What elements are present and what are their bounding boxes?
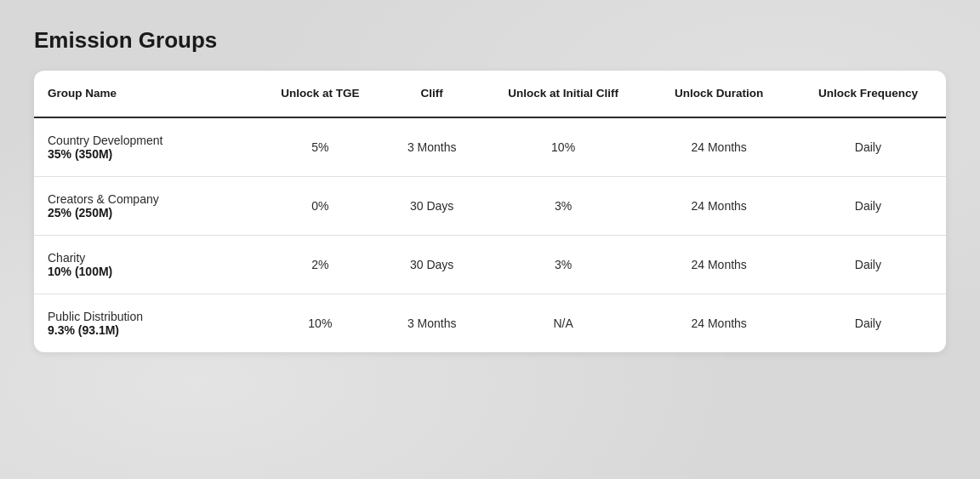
group-name-line1-2: Charity	[48, 251, 242, 265]
group-name-line2-0: 35% (350M)	[48, 147, 242, 161]
table-row: Country Development35% (350M)5%3 Months1…	[34, 117, 946, 177]
cell-unlock-duration-2: 24 Months	[647, 235, 789, 294]
cell-unlock-frequency-1: Daily	[790, 176, 946, 235]
cell-group-name-2: Charity10% (100M)	[34, 235, 255, 294]
cell-unlock-initial-cliff-1: 3%	[479, 176, 648, 235]
cell-cliff-1: 30 Days	[385, 176, 479, 235]
cell-unlock-initial-cliff-0: 10%	[479, 117, 648, 177]
cell-cliff-3: 3 Months	[385, 294, 479, 352]
group-name-line2-1: 25% (250M)	[48, 206, 242, 220]
cell-unlock-frequency-3: Daily	[790, 294, 946, 352]
cell-group-name-1: Creators & Company25% (250M)	[34, 176, 255, 235]
cell-group-name-0: Country Development35% (350M)	[34, 117, 255, 177]
cell-unlock-frequency-2: Daily	[790, 235, 946, 294]
table-row: Public Distribution9.3% (93.1M)10%3 Mont…	[34, 294, 946, 352]
cell-unlock-duration-0: 24 Months	[647, 117, 789, 177]
page-title: Emission Groups	[34, 27, 946, 54]
emission-groups-table: Group Name Unlock at TGE Cliff Unlock at…	[34, 71, 946, 352]
col-header-group-name: Group Name	[34, 71, 255, 117]
col-header-unlock-frequency: Unlock Frequency	[790, 71, 946, 117]
cell-group-name-3: Public Distribution9.3% (93.1M)	[34, 294, 255, 352]
group-name-line1-1: Creators & Company	[48, 192, 242, 206]
table-row: Creators & Company25% (250M)0%30 Days3%2…	[34, 176, 946, 235]
cell-unlock-tge-3: 10%	[255, 294, 385, 352]
cell-unlock-tge-1: 0%	[255, 176, 385, 235]
cell-unlock-initial-cliff-2: 3%	[479, 235, 648, 294]
table-row: Charity10% (100M)2%30 Days3%24 MonthsDai…	[34, 235, 946, 294]
cell-cliff-0: 3 Months	[385, 117, 479, 177]
emission-groups-table-container: Group Name Unlock at TGE Cliff Unlock at…	[34, 71, 946, 352]
cell-unlock-duration-1: 24 Months	[647, 176, 789, 235]
table-header-row: Group Name Unlock at TGE Cliff Unlock at…	[34, 71, 946, 117]
cell-unlock-duration-3: 24 Months	[647, 294, 789, 352]
col-header-unlock-duration: Unlock Duration	[647, 71, 789, 117]
group-name-line2-3: 9.3% (93.1M)	[48, 323, 242, 337]
cell-unlock-initial-cliff-3: N/A	[479, 294, 648, 352]
cell-unlock-tge-2: 2%	[255, 235, 385, 294]
group-name-line1-0: Country Development	[48, 134, 242, 147]
col-header-unlock-initial-cliff: Unlock at Initial Cliff	[479, 71, 648, 117]
group-name-line2-2: 10% (100M)	[48, 265, 242, 278]
cell-cliff-2: 30 Days	[385, 235, 479, 294]
group-name-line1-3: Public Distribution	[48, 310, 242, 323]
cell-unlock-frequency-0: Daily	[790, 117, 946, 177]
col-header-cliff: Cliff	[385, 71, 479, 117]
col-header-unlock-tge: Unlock at TGE	[255, 71, 385, 117]
cell-unlock-tge-0: 5%	[255, 117, 385, 177]
